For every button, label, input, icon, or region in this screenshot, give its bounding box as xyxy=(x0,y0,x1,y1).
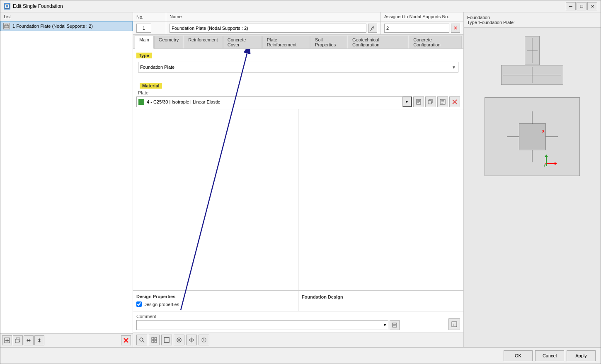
svg-text:i: i xyxy=(453,323,454,327)
left-panel: List 1 Foundation Plate (Nodal Supports … xyxy=(0,12,133,347)
design-checkbox[interactable] xyxy=(136,301,142,307)
no-label: No. xyxy=(136,14,162,19)
name-input[interactable] xyxy=(170,24,366,33)
tab-main[interactable]: Main xyxy=(135,36,154,49)
material-label: Material xyxy=(140,83,162,89)
grid-toolbar-button[interactable] xyxy=(149,335,160,345)
comment-input-row: ▼ xyxy=(136,320,400,330)
no-column: No. xyxy=(133,12,166,22)
design-checkbox-label: Design properties xyxy=(143,302,179,307)
dialog-footer: OK Cancel Apply xyxy=(0,347,601,364)
design-right: Foundation Design xyxy=(298,291,463,311)
window-controls: ─ □ ✕ xyxy=(566,2,597,10)
list-area: 1 Foundation Plate (Nodal Supports : 2) xyxy=(0,21,133,333)
comment-select[interactable] xyxy=(136,320,388,330)
plate-shape xyxy=(501,65,563,85)
elevation-diagram xyxy=(501,36,563,85)
close-button[interactable]: ✕ xyxy=(587,2,597,10)
design-props-header: Design Properties xyxy=(136,294,175,299)
button4[interactable] xyxy=(34,335,44,345)
assigned-input[interactable] xyxy=(384,24,449,33)
assigned-clear-button[interactable]: ✕ xyxy=(451,24,460,33)
col-right xyxy=(298,109,463,290)
material-delete-button[interactable] xyxy=(449,96,460,107)
duplicate-button[interactable] xyxy=(13,335,23,345)
name-label: Name xyxy=(170,14,377,19)
material-select-wrap: 4 - C25/30 | Isotropic | Linear Elastic … xyxy=(136,96,412,107)
tab-geotechnical[interactable]: Geotechnical Configuration xyxy=(348,36,408,48)
material-color-indicator xyxy=(138,99,144,105)
design-left: Design Properties Design properties xyxy=(133,291,298,311)
svg-rect-1 xyxy=(6,5,8,7)
svg-rect-31 xyxy=(452,322,457,327)
tabs-row: Main Geometry Reinforcement Concrete Cov… xyxy=(133,35,463,49)
comment-action-button[interactable] xyxy=(390,320,400,330)
y-axis: y xyxy=(543,154,550,168)
type-section: Type Foundation Plate ▼ xyxy=(133,49,463,74)
maximize-button[interactable]: □ xyxy=(577,2,586,10)
right-title-line1: Foundation xyxy=(467,15,597,20)
main-window: Edit Single Foundation ─ □ ✕ List 1 Foun… xyxy=(0,0,601,364)
plan-view-box: x y x xyxy=(485,97,580,176)
tab-plate-reinforcement[interactable]: Plate Reinforcement xyxy=(262,36,310,48)
tab-soil-properties[interactable]: Soil Properties xyxy=(310,36,347,48)
material-section: Material Plate 4 - C25/30 | Isotropic | … xyxy=(133,78,463,109)
frame-toolbar-button[interactable] xyxy=(161,335,172,345)
type-row: Foundation Plate ▼ xyxy=(133,60,463,74)
tab-concrete-cover[interactable]: Concrete Cover xyxy=(223,36,262,48)
center-panel: No. Name Assigned to Nodal Supports No. xyxy=(133,12,464,347)
search-toolbar-button[interactable] xyxy=(136,335,147,345)
list-item-icon xyxy=(3,23,10,29)
right-panel-header: Foundation Type 'Foundation Plate' xyxy=(464,12,601,28)
svg-marker-52 xyxy=(545,154,548,157)
svg-point-47 xyxy=(204,338,204,339)
comment-right: i xyxy=(402,318,460,330)
cancel-button[interactable]: Cancel xyxy=(535,350,564,361)
left-panel-toolbar xyxy=(0,333,133,347)
material-book-button[interactable] xyxy=(413,96,424,107)
info-toolbar-button[interactable] xyxy=(199,335,209,345)
right-title-line2: Type 'Foundation Plate' xyxy=(467,20,597,25)
tab-concrete-config[interactable]: Concrete Configuration xyxy=(409,36,462,48)
material-edit-button[interactable] xyxy=(437,96,448,107)
button3[interactable] xyxy=(24,335,34,345)
two-col-area xyxy=(133,109,463,290)
svg-rect-8 xyxy=(15,339,19,343)
svg-rect-35 xyxy=(152,337,154,340)
tab-reinforcement[interactable]: Reinforcement xyxy=(184,36,223,48)
minimize-button[interactable]: ─ xyxy=(566,2,576,10)
window-title: Edit Single Foundation xyxy=(13,3,563,9)
material-dropdown-button[interactable]: ▼ xyxy=(402,96,412,107)
svg-rect-3 xyxy=(6,24,7,26)
delete-button[interactable] xyxy=(121,335,131,345)
list-item[interactable]: 1 Foundation Plate (Nodal Supports : 2) xyxy=(0,21,133,31)
bottom-toolbar xyxy=(133,333,463,347)
type-select[interactable]: Foundation Plate xyxy=(138,62,458,72)
ok-button[interactable]: OK xyxy=(504,350,533,361)
material-copy-button[interactable] xyxy=(425,96,436,107)
svg-line-12 xyxy=(370,30,371,31)
type-label: Type xyxy=(136,53,152,58)
plate-label: Plate xyxy=(136,90,460,95)
tab-geometry[interactable]: Geometry xyxy=(154,36,183,48)
assigned-label: Assigned to Nodal Supports No. xyxy=(384,14,460,19)
info-button[interactable]: i xyxy=(448,318,460,330)
no-input[interactable] xyxy=(136,24,151,33)
node-toolbar-button[interactable] xyxy=(174,335,184,345)
svg-text:y: y xyxy=(544,163,546,167)
design-section: Design Properties Design properties Foun… xyxy=(133,290,463,311)
svg-marker-49 xyxy=(555,162,557,165)
new-item-button[interactable] xyxy=(2,335,12,345)
list-item-text: 1 Foundation Plate (Nodal Supports : 2) xyxy=(12,24,93,29)
right-panel: Foundation Type 'Foundation Plate' xyxy=(464,12,601,347)
svg-rect-36 xyxy=(155,337,157,340)
svg-rect-15 xyxy=(417,99,421,104)
name-edit-button[interactable] xyxy=(368,24,377,33)
svg-line-34 xyxy=(143,341,144,342)
apply-button[interactable]: Apply xyxy=(567,350,596,361)
target-toolbar-button[interactable] xyxy=(186,335,197,345)
comment-section: Comment ▼ xyxy=(133,311,463,333)
design-checkbox-row: Design properties xyxy=(136,301,295,308)
name-column: Name xyxy=(166,12,380,22)
svg-point-41 xyxy=(178,339,180,341)
